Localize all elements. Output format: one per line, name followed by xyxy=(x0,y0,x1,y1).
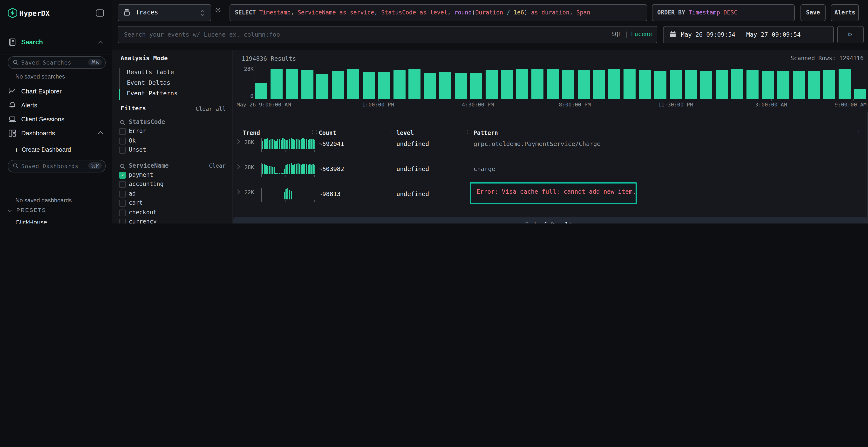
table-menu-icon[interactable]: ⋮ xyxy=(856,129,862,135)
checkbox[interactable] xyxy=(119,181,126,188)
spark-bar xyxy=(284,192,285,199)
search-icon[interactable] xyxy=(120,118,126,125)
results-panel: 1194836 Results Scanned Rows: 1294116 28… xyxy=(232,49,868,224)
language-toggle[interactable]: SQL|Lucene xyxy=(611,31,652,38)
lucene-search-input[interactable]: Search your events w/ Lucene ex. column:… xyxy=(118,26,657,43)
drag-handle-icon[interactable]: ⋮⋮ xyxy=(310,129,318,134)
gear-icon[interactable] xyxy=(215,7,221,13)
results-histogram[interactable]: 28K 0 May 26 9:00:00 AM1:00:00 PM4:30:00… xyxy=(233,64,868,108)
chevron-up-icon[interactable] xyxy=(98,131,103,136)
sidebar-item-dashboards[interactable]: Dashboards xyxy=(0,127,112,141)
mode-results-table[interactable]: Results Table xyxy=(112,67,232,77)
spark-bar xyxy=(265,165,267,174)
preset-item-clickhouse[interactable]: ClickHouse xyxy=(0,217,112,224)
sidebar-collapse-icon[interactable] xyxy=(95,9,104,17)
spark-bar xyxy=(309,139,310,149)
sidebar-item-search[interactable]: Search xyxy=(0,37,112,49)
spark-bar xyxy=(301,139,302,149)
expand-chevron-icon[interactable] xyxy=(235,190,240,194)
checkbox[interactable] xyxy=(119,200,126,207)
hyperdx-app: HyperDX Search Saved Searches ⌘K No save… xyxy=(0,0,868,224)
saved-dashboards-input[interactable]: Saved Dashboards ⌘K xyxy=(8,160,105,172)
source-icon xyxy=(123,9,131,16)
filter-option[interactable]: cart xyxy=(112,199,232,208)
chevron-up-icon[interactable] xyxy=(98,41,103,45)
save-button[interactable]: Save xyxy=(801,4,826,21)
x-axis-label: May 26 9:00:00 AM xyxy=(237,102,291,108)
saved-searches-input[interactable]: Saved Searches ⌘K xyxy=(8,56,105,69)
histogram-bar xyxy=(670,70,682,99)
time-range-picker[interactable]: May 26 09:09:54 - May 27 09:09:54 xyxy=(663,26,834,43)
histogram-bar xyxy=(762,71,774,99)
checkbox-checked[interactable]: ✓ xyxy=(119,172,126,178)
query-token: Span xyxy=(576,9,590,16)
drag-handle-icon[interactable]: ⋮⋮ xyxy=(388,129,396,134)
filter-option[interactable]: Error xyxy=(112,127,232,136)
column-level[interactable]: level xyxy=(396,130,414,136)
y-axis-min-label: 0 xyxy=(250,93,253,99)
expand-chevron-icon[interactable] xyxy=(235,165,240,169)
level-cell: undefined xyxy=(396,140,429,147)
mode-event-patterns[interactable]: Event Patterns xyxy=(112,88,232,99)
spark-x-axis xyxy=(261,200,315,200)
query-token: 1e6 xyxy=(514,9,524,16)
clear-button[interactable]: Clear xyxy=(209,162,226,169)
histogram-bar xyxy=(731,69,743,99)
checkbox[interactable] xyxy=(119,138,126,144)
checkbox[interactable] xyxy=(119,191,126,197)
histogram-bar xyxy=(332,71,344,99)
x-axis-label: 9:00:00 AM xyxy=(835,102,867,108)
sidebar: HyperDX Search Saved Searches ⌘K No save… xyxy=(0,0,113,224)
drag-handle-icon[interactable]: ⋮⋮ xyxy=(465,129,472,134)
mode-event-deltas[interactable]: Event Deltas xyxy=(112,77,232,88)
order-by-input[interactable]: ORDER BY Timestamp DESC xyxy=(652,4,795,21)
spark-bar xyxy=(289,164,290,174)
column-trend[interactable]: Trend xyxy=(243,130,260,136)
column-count[interactable]: Count xyxy=(319,130,336,136)
table-row[interactable]: 22K~98813undefinedError: Visa cache full… xyxy=(233,186,868,211)
filter-option[interactable]: Unset xyxy=(112,145,232,155)
sql-query-input[interactable]: SELECT Timestamp, ServiceName as service… xyxy=(229,4,647,21)
spark-bar xyxy=(264,139,265,149)
filter-option[interactable]: Ok xyxy=(112,136,232,145)
expand-chevron-icon[interactable] xyxy=(235,139,240,144)
lucene-toggle[interactable]: Lucene xyxy=(631,31,652,38)
sidebar-item-alerts[interactable]: Alerts xyxy=(0,99,112,113)
filter-group-title: StatusCode xyxy=(129,118,165,125)
checkbox[interactable] xyxy=(119,128,126,135)
filter-option[interactable]: ad xyxy=(112,189,232,199)
sidebar-item-label: Chart Explorer xyxy=(21,88,62,95)
sidebar-item-chart-explorer[interactable]: Chart Explorer xyxy=(0,85,112,99)
filter-option[interactable]: accounting xyxy=(112,180,232,189)
sidebar-item-client-sessions[interactable]: Client Sessions xyxy=(0,113,112,127)
search-icon[interactable] xyxy=(120,162,126,168)
analysis-mode-list: Results TableEvent DeltasEvent Patterns xyxy=(112,67,232,100)
column-pattern[interactable]: Pattern xyxy=(473,130,498,136)
clear-all-button[interactable]: Clear all xyxy=(195,105,226,112)
sql-toggle[interactable]: SQL xyxy=(611,31,622,38)
spark-tick xyxy=(314,150,315,152)
checkbox[interactable] xyxy=(119,209,126,216)
checkbox[interactable] xyxy=(119,219,126,224)
create-dashboard-button[interactable]: + Create Dashboard xyxy=(0,144,112,155)
analysis-panel: Analysis Mode Results TableEvent DeltasE… xyxy=(112,49,232,224)
highlighted-error-pattern[interactable]: Error: Visa cache full: cannot add new i… xyxy=(470,182,637,204)
filter-option[interactable]: currency xyxy=(112,217,232,224)
filter-option[interactable]: ✓payment xyxy=(112,170,232,180)
scrollbar[interactable] xyxy=(867,112,868,224)
app-title: HyperDX xyxy=(19,9,50,18)
source-selector[interactable]: Traces xyxy=(118,4,211,21)
spark-bar xyxy=(309,164,310,174)
spark-bar xyxy=(312,139,314,149)
histogram-bar xyxy=(716,70,728,99)
table-row[interactable]: 28K~592041undefinedgrpc.oteldemo.Payment… xyxy=(233,136,868,161)
histogram-bar xyxy=(317,74,329,99)
spark-bar xyxy=(301,165,302,174)
filter-option[interactable]: checkout xyxy=(112,208,232,217)
histogram-bar xyxy=(562,70,574,99)
alerts-button[interactable]: Alerts xyxy=(831,4,859,21)
histogram-bar xyxy=(485,70,497,99)
spark-bar xyxy=(280,173,282,174)
run-query-button[interactable]: ▷ xyxy=(837,26,864,43)
checkbox[interactable] xyxy=(119,147,126,153)
